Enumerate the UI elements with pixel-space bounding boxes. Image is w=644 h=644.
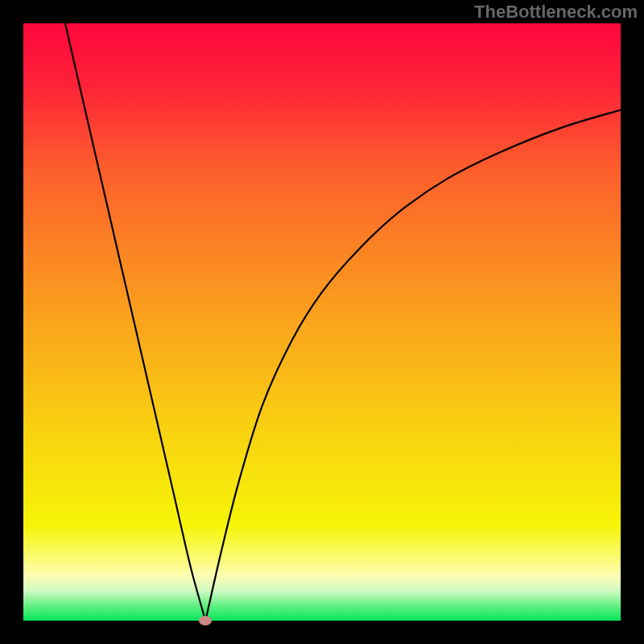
plot-area	[23, 23, 621, 621]
minimum-marker	[199, 616, 212, 625]
right-branch	[205, 110, 621, 621]
left-branch	[65, 23, 205, 621]
chart-container: TheBottleneck.com	[0, 0, 644, 644]
curve-layer	[23, 23, 621, 621]
attribution-text: TheBottleneck.com	[474, 2, 638, 23]
